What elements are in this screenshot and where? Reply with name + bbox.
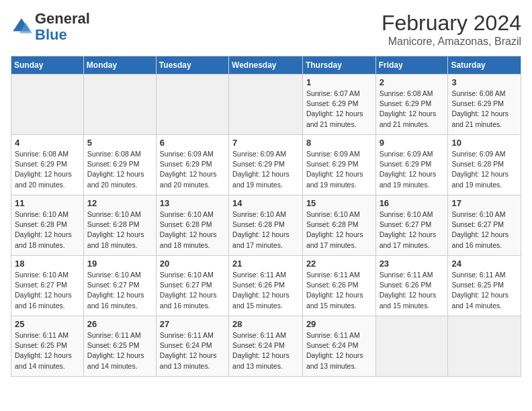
- day-info: Sunrise: 6:10 AM Sunset: 6:27 PM Dayligh…: [160, 270, 225, 311]
- day-info: Sunrise: 6:11 AM Sunset: 6:26 PM Dayligh…: [306, 270, 372, 311]
- day-number: 1: [306, 77, 372, 87]
- calendar-cell: [448, 316, 521, 377]
- day-number: 27: [160, 319, 225, 329]
- day-number: 28: [232, 319, 299, 329]
- day-info: Sunrise: 6:09 AM Sunset: 6:28 PM Dayligh…: [451, 149, 517, 190]
- calendar-cell: 23Sunrise: 6:11 AM Sunset: 6:26 PM Dayli…: [375, 256, 448, 316]
- day-number: 9: [380, 138, 445, 148]
- calendar-week-4: 25Sunrise: 6:11 AM Sunset: 6:25 PM Dayli…: [11, 316, 521, 377]
- calendar-cell: 21Sunrise: 6:11 AM Sunset: 6:26 PM Dayli…: [229, 256, 303, 316]
- day-number: 23: [380, 259, 445, 269]
- day-info: Sunrise: 6:11 AM Sunset: 6:25 PM Dayligh…: [451, 270, 517, 311]
- calendar-cell: 17Sunrise: 6:10 AM Sunset: 6:27 PM Dayli…: [448, 195, 521, 256]
- logo: General Blue: [11, 11, 90, 43]
- calendar-cell: 28Sunrise: 6:11 AM Sunset: 6:24 PM Dayli…: [229, 316, 303, 377]
- calendar-cell: [11, 75, 84, 135]
- day-header-sunday: Sunday: [11, 56, 84, 75]
- day-info: Sunrise: 6:11 AM Sunset: 6:25 PM Dayligh…: [15, 330, 80, 371]
- day-number: 4: [15, 138, 80, 148]
- calendar-cell: 12Sunrise: 6:10 AM Sunset: 6:28 PM Dayli…: [83, 195, 156, 256]
- calendar-cell: 1Sunrise: 6:07 AM Sunset: 6:29 PM Daylig…: [302, 75, 375, 135]
- day-info: Sunrise: 6:08 AM Sunset: 6:29 PM Dayligh…: [451, 89, 517, 130]
- day-info: Sunrise: 6:09 AM Sunset: 6:29 PM Dayligh…: [380, 149, 445, 190]
- day-header-thursday: Thursday: [302, 56, 375, 75]
- day-header-saturday: Saturday: [448, 56, 521, 75]
- day-info: Sunrise: 6:08 AM Sunset: 6:29 PM Dayligh…: [87, 149, 152, 190]
- day-info: Sunrise: 6:10 AM Sunset: 6:28 PM Dayligh…: [306, 210, 372, 250]
- calendar-cell: 16Sunrise: 6:10 AM Sunset: 6:27 PM Dayli…: [375, 195, 448, 256]
- calendar-cell: 4Sunrise: 6:08 AM Sunset: 6:29 PM Daylig…: [11, 135, 84, 195]
- calendar-cell: 6Sunrise: 6:09 AM Sunset: 6:29 PM Daylig…: [156, 135, 228, 195]
- day-number: 6: [160, 138, 225, 148]
- day-header-friday: Friday: [375, 56, 448, 75]
- day-info: Sunrise: 6:10 AM Sunset: 6:27 PM Dayligh…: [15, 270, 80, 311]
- logo-icon: [11, 16, 32, 38]
- day-info: Sunrise: 6:07 AM Sunset: 6:29 PM Dayligh…: [306, 89, 372, 130]
- calendar-cell: 18Sunrise: 6:10 AM Sunset: 6:27 PM Dayli…: [11, 256, 84, 316]
- logo-general-text: General: [35, 10, 90, 27]
- calendar-cell: 22Sunrise: 6:11 AM Sunset: 6:26 PM Dayli…: [302, 256, 375, 316]
- calendar-cell: 11Sunrise: 6:10 AM Sunset: 6:28 PM Dayli…: [11, 195, 84, 256]
- day-number: 17: [451, 198, 517, 208]
- day-info: Sunrise: 6:11 AM Sunset: 6:26 PM Dayligh…: [232, 270, 299, 311]
- calendar-cell: 19Sunrise: 6:10 AM Sunset: 6:27 PM Dayli…: [83, 256, 156, 316]
- day-info: Sunrise: 6:08 AM Sunset: 6:29 PM Dayligh…: [380, 89, 445, 130]
- calendar-week-1: 4Sunrise: 6:08 AM Sunset: 6:29 PM Daylig…: [11, 135, 521, 195]
- day-number: 11: [15, 198, 80, 208]
- calendar-week-3: 18Sunrise: 6:10 AM Sunset: 6:27 PM Dayli…: [11, 256, 521, 316]
- calendar-cell: 24Sunrise: 6:11 AM Sunset: 6:25 PM Dayli…: [448, 256, 521, 316]
- day-number: 3: [451, 77, 517, 87]
- day-info: Sunrise: 6:11 AM Sunset: 6:26 PM Dayligh…: [380, 270, 445, 311]
- calendar-cell: 10Sunrise: 6:09 AM Sunset: 6:28 PM Dayli…: [448, 135, 521, 195]
- calendar-cell: 3Sunrise: 6:08 AM Sunset: 6:29 PM Daylig…: [448, 75, 521, 135]
- calendar-cell: 8Sunrise: 6:09 AM Sunset: 6:29 PM Daylig…: [302, 135, 375, 195]
- calendar-cell: 15Sunrise: 6:10 AM Sunset: 6:28 PM Dayli…: [302, 195, 375, 256]
- header-row: SundayMondayTuesdayWednesdayThursdayFrid…: [11, 56, 521, 75]
- calendar-cell: [83, 75, 156, 135]
- day-info: Sunrise: 6:11 AM Sunset: 6:24 PM Dayligh…: [160, 330, 225, 371]
- day-number: 21: [232, 259, 299, 269]
- day-number: 22: [306, 259, 372, 269]
- day-header-monday: Monday: [83, 56, 156, 75]
- day-info: Sunrise: 6:10 AM Sunset: 6:28 PM Dayligh…: [160, 210, 225, 250]
- day-number: 14: [232, 198, 299, 208]
- day-number: 16: [380, 198, 445, 208]
- calendar-cell: 25Sunrise: 6:11 AM Sunset: 6:25 PM Dayli…: [11, 316, 84, 377]
- calendar-cell: 14Sunrise: 6:10 AM Sunset: 6:28 PM Dayli…: [229, 195, 303, 256]
- calendar-cell: 2Sunrise: 6:08 AM Sunset: 6:29 PM Daylig…: [375, 75, 448, 135]
- day-number: 26: [87, 319, 152, 329]
- day-info: Sunrise: 6:10 AM Sunset: 6:28 PM Dayligh…: [87, 210, 152, 250]
- day-number: 18: [15, 259, 80, 269]
- calendar-cell: 29Sunrise: 6:11 AM Sunset: 6:24 PM Dayli…: [302, 316, 375, 377]
- title-area: February 2024 Manicore, Amazonas, Brazil: [382, 11, 521, 48]
- day-info: Sunrise: 6:10 AM Sunset: 6:27 PM Dayligh…: [451, 210, 517, 250]
- day-number: 24: [451, 259, 517, 269]
- calendar-cell: 20Sunrise: 6:10 AM Sunset: 6:27 PM Dayli…: [156, 256, 228, 316]
- day-number: 25: [15, 319, 80, 329]
- calendar-cell: [229, 75, 303, 135]
- location-subtitle: Manicore, Amazonas, Brazil: [382, 36, 521, 48]
- day-number: 5: [87, 138, 152, 148]
- calendar-cell: 5Sunrise: 6:08 AM Sunset: 6:29 PM Daylig…: [83, 135, 156, 195]
- day-number: 2: [380, 77, 445, 87]
- calendar-cell: 7Sunrise: 6:09 AM Sunset: 6:29 PM Daylig…: [229, 135, 303, 195]
- day-info: Sunrise: 6:10 AM Sunset: 6:28 PM Dayligh…: [232, 210, 299, 250]
- day-info: Sunrise: 6:09 AM Sunset: 6:29 PM Dayligh…: [160, 149, 225, 190]
- day-number: 8: [306, 138, 372, 148]
- header: General Blue February 2024 Manicore, Ama…: [11, 11, 521, 48]
- calendar-week-0: 1Sunrise: 6:07 AM Sunset: 6:29 PM Daylig…: [11, 75, 521, 135]
- day-number: 29: [306, 319, 372, 329]
- calendar-cell: [375, 316, 448, 377]
- day-header-wednesday: Wednesday: [229, 56, 303, 75]
- calendar-cell: [156, 75, 228, 135]
- logo-blue-text: Blue: [35, 26, 67, 43]
- day-info: Sunrise: 6:11 AM Sunset: 6:24 PM Dayligh…: [306, 330, 372, 371]
- day-number: 7: [232, 138, 299, 148]
- day-number: 10: [451, 138, 517, 148]
- calendar-week-2: 11Sunrise: 6:10 AM Sunset: 6:28 PM Dayli…: [11, 195, 521, 256]
- day-number: 15: [306, 198, 372, 208]
- day-info: Sunrise: 6:08 AM Sunset: 6:29 PM Dayligh…: [15, 149, 80, 190]
- day-number: 20: [160, 259, 225, 269]
- calendar-table: SundayMondayTuesdayWednesdayThursdayFrid…: [11, 56, 521, 377]
- day-info: Sunrise: 6:10 AM Sunset: 6:27 PM Dayligh…: [380, 210, 445, 250]
